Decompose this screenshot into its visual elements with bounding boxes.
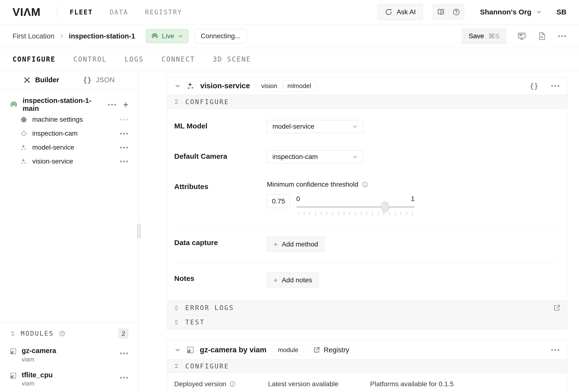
gz-camera-card-header: gz-camera by viam module Registry	[167, 341, 567, 359]
default-camera-select[interactable]: inspection-cam	[267, 150, 364, 163]
documentation-button[interactable]	[433, 4, 448, 20]
tree-item-machine-settings[interactable]: machine settings	[0, 113, 138, 127]
chevron-down-icon	[352, 123, 358, 130]
service-sparkle-icon	[20, 144, 27, 151]
machine-header-bar: First Location inspection-station-1 Live	[0, 24, 579, 48]
plus-icon: +	[273, 241, 278, 248]
tree-item-inspection-cam[interactable]: inspection-cam	[0, 127, 138, 140]
machine-settings-label: machine settings	[32, 116, 83, 123]
collapse-icon[interactable]	[10, 330, 16, 337]
error-logs-section-bar[interactable]: ERROR LOGS	[167, 300, 567, 315]
vision-service-menu-button[interactable]	[120, 159, 129, 164]
nav-tab-data[interactable]: DATA	[110, 8, 128, 16]
slider-handle[interactable]	[381, 201, 389, 212]
registry-link[interactable]: Registry	[313, 346, 349, 354]
vision-card-menu-button[interactable]	[551, 84, 560, 88]
chevron-down-icon	[536, 9, 542, 15]
ask-ai-label: Ask AI	[397, 8, 416, 16]
book-icon	[437, 8, 445, 16]
help-button[interactable]	[448, 4, 464, 20]
vision-service-title: vision-service	[200, 81, 250, 90]
tab-3d-scene[interactable]: 3D SCENE	[213, 55, 251, 63]
add-component-button[interactable]: +	[123, 100, 129, 109]
open-logs-external-button[interactable]	[553, 304, 561, 312]
gz-camera-menu-button[interactable]	[120, 351, 129, 356]
tab-configure[interactable]: CONFIGURE	[12, 55, 56, 63]
model-service-menu-button[interactable]	[120, 145, 129, 150]
overflow-menu-button[interactable]	[558, 34, 567, 39]
report-doc-button[interactable]	[537, 31, 547, 41]
connection-status-button[interactable]: Connecting...	[195, 29, 246, 43]
test-heading: TEST	[185, 319, 205, 326]
attributes-label: Attributes	[174, 181, 267, 215]
tflite-cpu-menu-button[interactable]	[120, 375, 129, 380]
info-icon[interactable]	[362, 181, 368, 188]
external-link-icon	[313, 346, 320, 353]
ai-sparkle-refresh-icon	[385, 8, 393, 16]
builder-mode-toggle[interactable]: Builder	[23, 76, 59, 84]
attributes-row: Attributes Minimum confidence threshold	[174, 163, 560, 215]
gz-camera-card-menu-button[interactable]	[551, 348, 560, 352]
add-method-button[interactable]: + Add method	[267, 237, 325, 252]
test-section-bar[interactable]: TEST	[167, 315, 567, 329]
gear-icon	[20, 116, 27, 123]
save-button[interactable]: Save ⌘S	[462, 29, 506, 44]
save-shortcut: ⌘S	[488, 32, 500, 40]
module-org: viam	[22, 356, 56, 363]
module-item-gz-camera[interactable]: gz-camera viam	[10, 347, 129, 363]
sidebar-resize-handle[interactable]	[137, 224, 141, 238]
nav-tab-registry[interactable]: REGISTRY	[145, 8, 182, 16]
question-circle-icon[interactable]	[59, 330, 66, 337]
tab-connect[interactable]: CONNECT	[161, 55, 195, 63]
add-method-label: Add method	[282, 241, 318, 248]
chevron-down-icon[interactable]	[174, 82, 181, 89]
module-icon	[10, 372, 17, 379]
breadcrumb-chevron-icon	[59, 33, 65, 39]
module-version-row: Deployed version 0.1.5	[167, 373, 567, 392]
user-avatar[interactable]: SB	[556, 8, 567, 16]
tab-control[interactable]: CONTROL	[73, 55, 107, 63]
threshold-label: Minimum confidence threshold	[267, 181, 358, 188]
threshold-input[interactable]	[267, 195, 290, 208]
inspection-cam-label: inspection-cam	[32, 130, 77, 137]
top-nav: VIΛM FLEET DATA REGISTRY Ask AI	[0, 0, 579, 24]
builder-label: Builder	[35, 76, 59, 84]
info-icon[interactable]	[229, 381, 236, 388]
slider-track[interactable]	[296, 206, 415, 208]
inspection-cam-menu-button[interactable]	[120, 131, 129, 136]
ml-model-value: model-service	[272, 123, 314, 130]
machine-main-menu-button[interactable]	[108, 102, 117, 107]
notes-row: Notes + Add notes	[174, 262, 560, 300]
machine-settings-menu-button[interactable]	[120, 117, 129, 122]
gz-camera-configure-section-bar[interactable]: CONFIGURE	[167, 359, 567, 373]
module-item-tflite-cpu[interactable]: tflite_cpu viam	[10, 371, 129, 387]
configure-heading: CONFIGURE	[185, 362, 229, 370]
service-sparkle-icon	[20, 158, 27, 165]
modules-header: MODULES 2	[10, 328, 129, 339]
module-name: tflite_cpu	[22, 371, 53, 379]
tree-item-model-service[interactable]: model-service	[0, 140, 138, 154]
top-nav-tabs: FLEET DATA REGISTRY	[70, 8, 182, 16]
plus-icon: +	[273, 276, 278, 284]
view-json-button[interactable]: {}	[530, 82, 538, 90]
nav-tab-fleet[interactable]: FLEET	[70, 8, 93, 16]
notes-label: Notes	[174, 272, 267, 288]
live-status-dropdown[interactable]: Live	[146, 29, 188, 43]
json-mode-toggle[interactable]: {} JSON	[83, 76, 115, 84]
breadcrumb-location-link[interactable]: First Location	[12, 32, 54, 40]
chevron-down-icon[interactable]	[174, 346, 181, 353]
add-notes-button[interactable]: + Add notes	[267, 272, 319, 288]
nav-divider	[57, 6, 57, 18]
monitor-button[interactable]	[517, 31, 526, 41]
vision-configure-section-bar[interactable]: CONFIGURE	[167, 94, 567, 109]
tag-mlmodel: mlmodel	[287, 82, 311, 90]
collapse-icon	[173, 99, 180, 105]
tree-item-machine-main[interactable]: inspection-station-1-main +	[0, 97, 138, 113]
tab-logs[interactable]: LOGS	[125, 55, 144, 63]
vision-service-card: vision-service vision mlmodel {}	[167, 77, 567, 329]
tree-item-vision-service[interactable]: vision-service	[0, 154, 138, 168]
ask-ai-button[interactable]: Ask AI	[378, 4, 423, 20]
org-switcher[interactable]: Shannon's Org	[480, 8, 542, 16]
ml-model-select[interactable]: model-service	[267, 120, 364, 133]
viam-logo[interactable]: VIΛM	[12, 5, 40, 18]
